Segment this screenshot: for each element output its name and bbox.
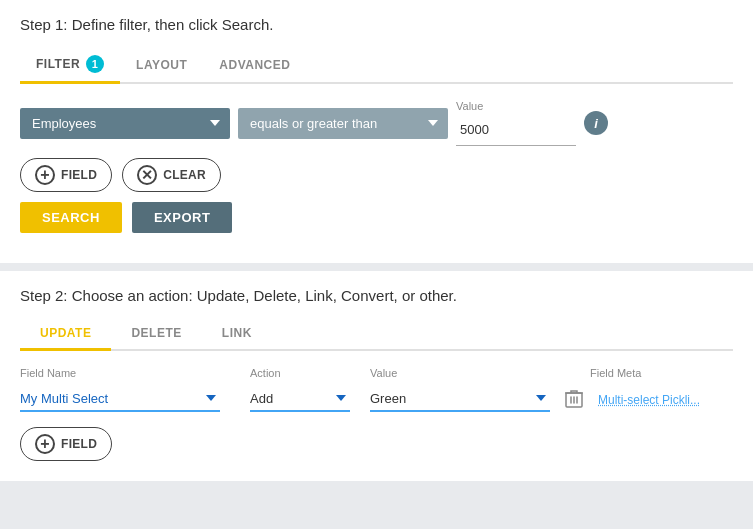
action-cell: Add: [250, 387, 370, 412]
operator-col: equals or greater than: [238, 108, 448, 139]
field-name-cell: My Multi Select: [20, 387, 250, 412]
tab-filter-label: FILTER: [36, 57, 80, 71]
col-header-meta: Field Meta: [590, 367, 733, 379]
value-cell: Green: [370, 385, 598, 413]
field-select[interactable]: Employees: [20, 108, 230, 139]
step2-tabs: UPDATE DELETE LINK: [20, 318, 733, 351]
row-value-select[interactable]: Green: [370, 387, 550, 412]
step2-section: Step 2: Choose an action: Update, Delete…: [0, 271, 753, 481]
col-header-value: Value: [370, 367, 590, 379]
row-action-select[interactable]: Add: [250, 387, 350, 412]
col-header-action: Action: [250, 367, 370, 379]
tab-update[interactable]: UPDATE: [20, 318, 111, 351]
tab-delete-label: DELETE: [131, 326, 181, 340]
tab-link[interactable]: LINK: [202, 318, 272, 349]
clear-label: CLEAR: [163, 168, 206, 182]
step1-tabs: FILTER 1 LAYOUT ADVANCED: [20, 47, 733, 84]
col-header-field-name: Field Name: [20, 367, 250, 379]
search-button[interactable]: SEARCH: [20, 202, 122, 233]
row-field-select[interactable]: My Multi Select: [20, 387, 220, 412]
value-col: Value: [456, 100, 576, 146]
tab-update-label: UPDATE: [40, 326, 91, 340]
tab-layout-label: LAYOUT: [136, 58, 187, 72]
tab-layout[interactable]: LAYOUT: [120, 47, 203, 82]
step1-section: Step 1: Define filter, then click Search…: [0, 0, 753, 263]
tab-advanced-label: ADVANCED: [219, 58, 290, 72]
field-meta-link[interactable]: Multi-select Pickli...: [598, 393, 700, 407]
search-export-buttons: SEARCH EXPORT: [20, 202, 733, 233]
tab-advanced[interactable]: ADVANCED: [203, 47, 306, 82]
tab-link-label: LINK: [222, 326, 252, 340]
plus-icon-2: +: [35, 434, 55, 454]
add-field-label: FIELD: [61, 168, 97, 182]
plus-icon: +: [35, 165, 55, 185]
step2-title: Step 2: Choose an action: Update, Delete…: [20, 287, 733, 304]
field-col: Employees: [20, 108, 230, 139]
step2-add-field-label: FIELD: [61, 437, 97, 451]
filter-badge: 1: [86, 55, 104, 73]
tab-delete[interactable]: DELETE: [111, 318, 201, 349]
info-icon[interactable]: i: [584, 111, 608, 135]
table-row: My Multi Select Add Green Multi-select P…: [20, 385, 733, 413]
filter-action-buttons: + FIELD ✕ CLEAR: [20, 158, 733, 192]
value-label: Value: [456, 100, 576, 112]
x-icon: ✕: [137, 165, 157, 185]
meta-cell: Multi-select Pickli...: [598, 392, 733, 407]
delete-row-button[interactable]: [560, 385, 588, 413]
step2-add-field-row: + FIELD: [20, 427, 733, 461]
clear-button[interactable]: ✕ CLEAR: [122, 158, 221, 192]
add-field-button[interactable]: + FIELD: [20, 158, 112, 192]
tab-filter[interactable]: FILTER 1: [20, 47, 120, 84]
table-header: Field Name Action Value Field Meta: [20, 367, 733, 379]
filter-row: Employees equals or greater than Value i: [20, 100, 733, 146]
value-input[interactable]: [456, 114, 576, 146]
step1-title: Step 1: Define filter, then click Search…: [20, 16, 733, 33]
step2-add-field-button[interactable]: + FIELD: [20, 427, 112, 461]
operator-select[interactable]: equals or greater than: [238, 108, 448, 139]
export-button[interactable]: EXPORT: [132, 202, 232, 233]
